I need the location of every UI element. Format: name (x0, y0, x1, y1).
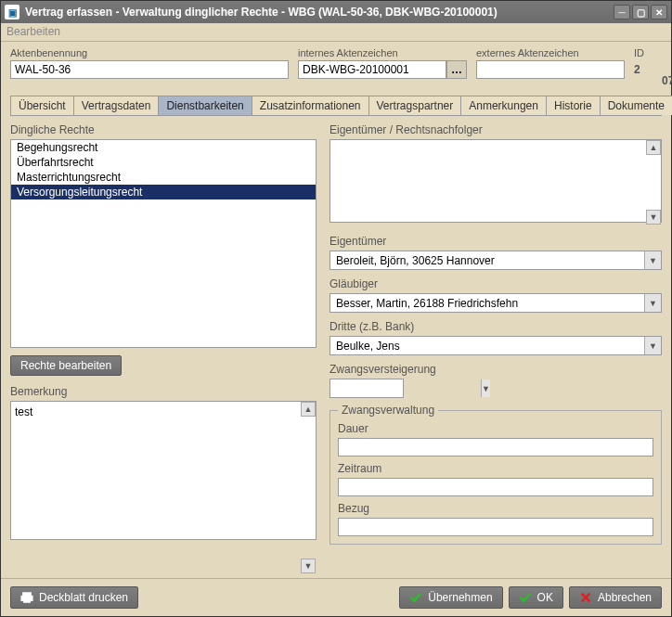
letzte-aenderung-value: 07.09.2010 (662, 71, 672, 90)
tab-zusatz[interactable]: Zusatzinformationen (252, 96, 369, 115)
list-item[interactable]: Versorgungsleitungsrecht (11, 185, 316, 199)
uebernehmen-button[interactable]: Übernehmen (399, 586, 502, 609)
internes-az-input[interactable] (298, 60, 446, 79)
abbrechen-button[interactable]: Abbrechen (569, 586, 662, 609)
bemerkung-textarea[interactable] (10, 401, 317, 540)
chevron-down-icon[interactable]: ▼ (644, 337, 661, 354)
tab-anmerkungen[interactable]: Anmerkungen (460, 96, 547, 115)
menu-edit[interactable]: Bearbeiten (6, 25, 60, 38)
tab-dokumente[interactable]: Dokumente (600, 96, 672, 115)
dauer-label: Dauer (338, 422, 653, 435)
zwangsverwaltung-group: Zwangsverwaltung Dauer Zeitraum Bezug (330, 404, 662, 545)
chevron-down-icon[interactable]: ▼ (644, 294, 661, 312)
zeitraum-label: Zeitraum (338, 462, 653, 475)
check-icon (409, 591, 422, 604)
close-button[interactable]: ✕ (651, 5, 667, 19)
app-icon: ▣ (5, 5, 19, 19)
maximize-button[interactable]: ▢ (632, 5, 649, 19)
bezug-label: Bezug (338, 502, 653, 515)
zwangsversteigerung-label: Zwangsversteigerung (330, 363, 662, 376)
menubar: Bearbeiten (1, 23, 671, 42)
dritte-combo[interactable]: ▼ (330, 336, 662, 355)
uebernehmen-label: Übernehmen (428, 591, 492, 604)
eigentuemer-combo-input[interactable] (330, 251, 644, 269)
deckblatt-drucken-button[interactable]: Deckblatt drucken (10, 586, 138, 609)
dingliche-rechte-list[interactable]: BegehungsrechtÜberfahrtsrechtMasterricht… (10, 139, 317, 348)
zwangsverwaltung-legend: Zwangsverwaltung (338, 404, 438, 417)
svg-rect-0 (23, 593, 32, 597)
eigentuemer-label: Eigentümer (330, 235, 662, 248)
externes-az-input[interactable] (476, 60, 625, 79)
chevron-down-icon[interactable]: ▼ (481, 379, 490, 397)
window-title: Vertrag erfassen - Verwaltung dinglicher… (25, 6, 614, 19)
scroll-down-icon[interactable]: ▼ (301, 559, 316, 573)
rechte-bearbeiten-button[interactable]: Rechte bearbeiten (10, 355, 122, 376)
bezug-input[interactable] (338, 518, 653, 536)
printer-icon (20, 591, 33, 604)
tab-vertragspartner[interactable]: Vertragspartner (368, 96, 462, 115)
minimize-button[interactable]: ─ (614, 5, 630, 19)
glaeubiger-label: Gläubiger (330, 277, 662, 290)
dritte-label: Dritte (z.B. Bank) (330, 320, 662, 333)
dauer-input[interactable] (338, 438, 653, 456)
abbrechen-label: Abbrechen (598, 591, 652, 604)
eigentuemer-combo[interactable]: ▼ (330, 251, 662, 270)
check-icon (519, 591, 532, 604)
list-item[interactable]: Überfahrtsrecht (11, 155, 316, 170)
dingliche-rechte-label: Dingliche Rechte (10, 123, 317, 136)
tab-vertragsdaten[interactable]: Vertragsdaten (73, 96, 160, 115)
scroll-down-icon[interactable]: ▼ (646, 210, 661, 225)
scroll-up-icon[interactable]: ▲ (646, 140, 661, 155)
deckblatt-label: Deckblatt drucken (39, 591, 128, 604)
footer: Deckblatt drucken Übernehmen OK Abbreche… (1, 578, 671, 616)
dritte-combo-input[interactable] (330, 337, 644, 354)
titlebar: ▣ Vertrag erfassen - Verwaltung dinglich… (1, 1, 671, 23)
bemerkung-label: Bemerkung (10, 385, 317, 398)
cancel-icon (579, 591, 592, 604)
tab-historie[interactable]: Historie (546, 96, 601, 115)
glaeubiger-combo-input[interactable] (330, 294, 644, 312)
zwangsversteigerung-combo[interactable]: ▼ (330, 379, 404, 398)
list-item[interactable]: Begehungsrecht (11, 140, 316, 155)
externes-az-label: externes Aktenzeichen (476, 47, 625, 58)
chevron-down-icon[interactable]: ▼ (644, 251, 661, 269)
internes-az-browse-button[interactable]: … (446, 60, 467, 79)
eigentuemer-nf-label: Eigentümer / Rechtsnachfolger (330, 123, 662, 136)
tab-uebersicht[interactable]: Übersicht (10, 96, 74, 115)
aktenbenennung-label: Aktenbenennung (10, 47, 289, 58)
zwangsversteigerung-combo-input[interactable] (330, 379, 481, 397)
id-label: ID (634, 47, 653, 58)
letzte-aenderung-label: letzte Änderung (662, 47, 672, 70)
ok-label: OK (537, 591, 553, 604)
window-root: ▣ Vertrag erfassen - Verwaltung dinglich… (0, 0, 672, 617)
ok-button[interactable]: OK (509, 586, 563, 609)
internes-az-label: internes Aktenzeichen (298, 47, 467, 58)
list-item[interactable]: Masterrichtungsrecht (11, 170, 316, 185)
glaeubiger-combo[interactable]: ▼ (330, 293, 662, 313)
eigentuemer-nf-textarea[interactable] (330, 139, 662, 223)
id-value: 2 (634, 60, 653, 79)
svg-rect-2 (24, 599, 31, 603)
tab-bar: Übersicht Vertragsdaten Dienstbarkeiten … (10, 96, 662, 116)
scroll-up-icon[interactable]: ▲ (301, 402, 316, 417)
tab-dienstbarkeiten[interactable]: Dienstbarkeiten (158, 96, 252, 115)
aktenbenennung-input[interactable] (10, 60, 289, 79)
zeitraum-input[interactable] (338, 478, 653, 496)
